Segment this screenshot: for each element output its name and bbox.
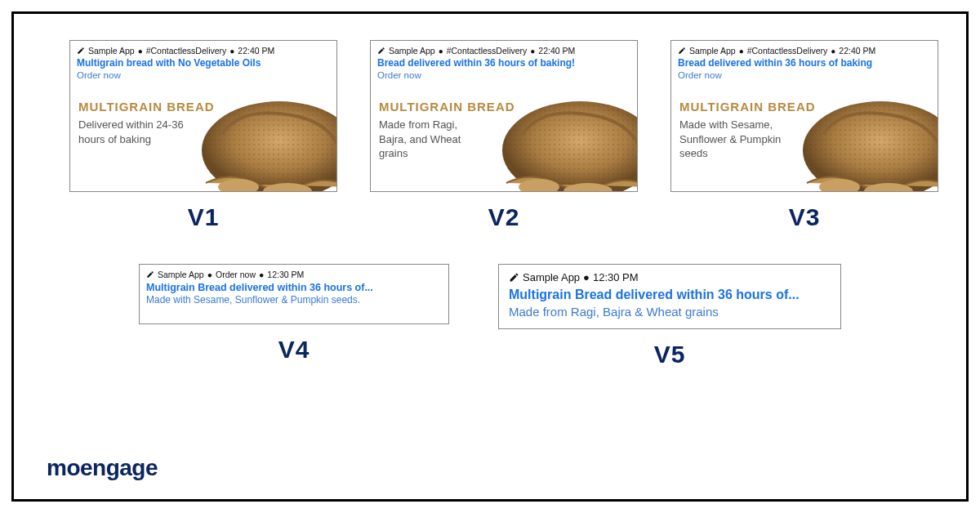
time-text: 12:30 PM — [267, 270, 304, 279]
card-meta: Sample App ● #ContactlessDelivery ● 22:4… — [70, 41, 336, 57]
bottom-row: Sample App ● Order now ● 12:30 PM Multig… — [14, 231, 966, 368]
card-meta: Sample App ● 12:30 PM — [499, 265, 840, 287]
notification-subtitle[interactable]: Order now — [371, 70, 637, 83]
notification-title[interactable]: Multigrain Bread delivered within 36 hou… — [140, 281, 448, 294]
variant-v1: Sample App ● #ContactlessDelivery ● 22:4… — [69, 40, 337, 231]
notification-card-v5: Sample App ● 12:30 PM Multigrain Bread d… — [498, 264, 841, 329]
notification-title[interactable]: Multigrain bread with No Vegetable Oils — [70, 57, 336, 70]
separator-dot: ● — [831, 47, 835, 56]
separator-dot: ● — [259, 270, 264, 279]
pencil-icon — [77, 47, 85, 55]
pencil-icon — [509, 272, 519, 283]
variant-label: V4 — [278, 336, 310, 364]
top-row: Sample App ● #ContactlessDelivery ● 22:4… — [14, 14, 966, 231]
bread-image — [774, 93, 938, 192]
notification-card-v4: Sample App ● Order now ● 12:30 PM Multig… — [139, 264, 449, 324]
separator-dot: ● — [583, 271, 590, 283]
variant-label: V3 — [789, 203, 821, 231]
notification-title[interactable]: Multigrain Bread delivered within 36 hou… — [499, 287, 840, 304]
separator-dot: ● — [739, 47, 744, 56]
time-text: 22:40 PM — [238, 46, 274, 56]
tag-text: #ContactlessDelivery — [447, 46, 528, 56]
notification-title[interactable]: Bread delivered within 36 hours of bakin… — [371, 57, 637, 70]
meta-mid: Order now — [216, 270, 256, 279]
separator-dot: ● — [207, 270, 212, 279]
app-name: Sample App — [523, 271, 580, 283]
separator-dot: ● — [229, 47, 234, 56]
time-text: 22:40 PM — [538, 46, 575, 56]
app-name: Sample App — [88, 46, 135, 56]
notification-subtitle[interactable]: Order now — [70, 70, 336, 83]
bread-image — [474, 93, 638, 192]
app-name: Sample App — [689, 46, 736, 56]
brand-logo: moengage — [47, 455, 158, 481]
tag-text: #ContactlessDelivery — [747, 46, 828, 56]
variant-label: V5 — [654, 341, 686, 368]
notification-card-v3: Sample App ● #ContactlessDelivery ● 22:4… — [670, 40, 938, 192]
separator-dot: ● — [439, 47, 443, 56]
pencil-icon — [146, 270, 154, 279]
variant-label: V1 — [188, 203, 220, 231]
separator-dot: ● — [138, 47, 143, 56]
variant-v4: Sample App ● Order now ● 12:30 PM Multig… — [139, 264, 449, 368]
hero-subtitle: Made with Sesame, Sunflower & Pumpkin se… — [679, 118, 786, 161]
variant-label: V2 — [488, 203, 520, 231]
bread-image — [173, 93, 337, 192]
hero-area: MULTIGRAIN BREAD Delivered within 24-36 … — [70, 93, 336, 191]
card-meta: Sample App ● #ContactlessDelivery ● 22:4… — [671, 41, 938, 57]
variant-v2: Sample App ● #ContactlessDelivery ● 22:4… — [370, 40, 638, 231]
outer-frame: Sample App ● #ContactlessDelivery ● 22:4… — [11, 11, 969, 502]
separator-dot: ● — [530, 47, 535, 56]
notification-card-v1: Sample App ● #ContactlessDelivery ● 22:4… — [69, 40, 337, 192]
notification-subtitle: Made from Ragi, Bajra & Wheat grains — [499, 304, 840, 325]
pencil-icon — [377, 47, 385, 55]
time-text: 22:40 PM — [839, 46, 875, 56]
app-name: Sample App — [389, 46, 435, 56]
notification-subtitle: Made with Sesame, Sunflower & Pumpkin se… — [140, 294, 448, 307]
hero-area: MULTIGRAIN BREAD Made from Ragi, Bajra, … — [371, 93, 637, 191]
time-text: 12:30 PM — [593, 271, 639, 283]
hero-area: MULTIGRAIN BREAD Made with Sesame, Sunfl… — [671, 93, 938, 191]
variant-v3: Sample App ● #ContactlessDelivery ● 22:4… — [670, 40, 938, 231]
variant-v5: Sample App ● 12:30 PM Multigrain Bread d… — [498, 264, 841, 368]
tag-text: #ContactlessDelivery — [146, 46, 227, 56]
card-meta: Sample App ● #ContactlessDelivery ● 22:4… — [371, 41, 637, 57]
pencil-icon — [678, 47, 686, 55]
notification-card-v2: Sample App ● #ContactlessDelivery ● 22:4… — [370, 40, 638, 192]
app-name: Sample App — [158, 270, 204, 279]
card-meta: Sample App ● Order now ● 12:30 PM — [140, 265, 448, 281]
hero-subtitle: Made from Ragi, Bajra, and Wheat grains — [379, 118, 485, 161]
notification-title[interactable]: Bread delivered within 36 hours of bakin… — [671, 57, 938, 70]
notification-subtitle[interactable]: Order now — [671, 70, 938, 83]
hero-subtitle: Delivered within 24-36 hours of baking — [78, 118, 185, 146]
